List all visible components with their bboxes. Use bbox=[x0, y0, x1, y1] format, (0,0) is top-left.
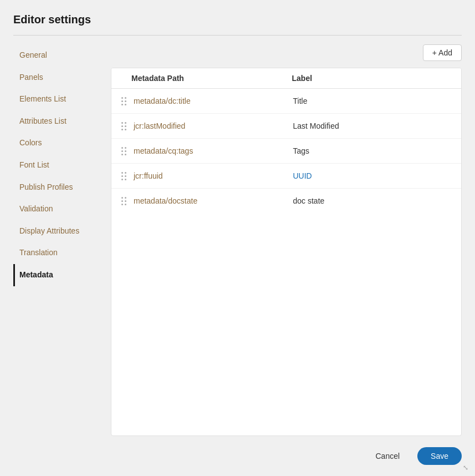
content-area: + Add Metadata Path Label metadata/dc:ti… bbox=[111, 44, 462, 436]
sidebar-item-colors[interactable]: Colors bbox=[13, 132, 102, 154]
table-container: Metadata Path Label metadata/dc:titleTit… bbox=[111, 68, 462, 436]
sidebar-item-general[interactable]: General bbox=[13, 44, 102, 67]
drag-handle[interactable] bbox=[118, 147, 129, 155]
sidebar-item-validation[interactable]: Validation bbox=[13, 198, 102, 220]
drag-handle[interactable] bbox=[118, 122, 129, 130]
resize-handle[interactable]: ⤡ bbox=[463, 464, 471, 472]
cell-path: metadata/cq:tags bbox=[134, 146, 293, 155]
table-row: metadata/dc:titleTitle bbox=[111, 89, 461, 114]
col-header-path: Metadata Path bbox=[131, 74, 292, 83]
table-row: metadata/cq:tagsTags bbox=[111, 139, 461, 164]
table-body: metadata/dc:titleTitlejcr:lastModifiedLa… bbox=[111, 89, 461, 213]
cell-path: metadata/dc:title bbox=[134, 97, 293, 105]
cell-label: Tags bbox=[293, 146, 453, 155]
page-container: Editor settings GeneralPanelsElements Li… bbox=[0, 0, 475, 436]
sidebar-item-metadata[interactable]: Metadata bbox=[13, 264, 102, 286]
title-divider bbox=[13, 35, 462, 36]
col-header-label: Label bbox=[292, 74, 453, 83]
cell-path: jcr:ffuuid bbox=[134, 171, 293, 180]
sidebar: GeneralPanelsElements ListAttributes Lis… bbox=[13, 44, 102, 436]
drag-handle[interactable] bbox=[118, 97, 129, 105]
save-button[interactable]: Save bbox=[417, 447, 462, 465]
cell-label: UUID bbox=[293, 171, 453, 180]
cell-path: jcr:lastModified bbox=[134, 121, 293, 130]
cancel-button[interactable]: Cancel bbox=[364, 447, 411, 465]
cell-path: metadata/docstate bbox=[134, 196, 293, 205]
sidebar-item-elements-list[interactable]: Elements List bbox=[13, 88, 102, 110]
drag-handle[interactable] bbox=[118, 172, 129, 180]
page-title: Editor settings bbox=[13, 13, 462, 26]
content-header: + Add bbox=[111, 44, 462, 61]
sidebar-item-display-attributes[interactable]: Display Attributes bbox=[13, 220, 102, 242]
sidebar-item-font-list[interactable]: Font List bbox=[13, 154, 102, 176]
cell-label: Title bbox=[293, 97, 453, 105]
table-header: Metadata Path Label bbox=[111, 68, 461, 89]
sidebar-item-panels[interactable]: Panels bbox=[13, 67, 102, 89]
cell-label: Last Modified bbox=[293, 121, 453, 130]
sidebar-item-translation[interactable]: Translation bbox=[13, 242, 102, 264]
sidebar-item-publish-profiles[interactable]: Publish Profiles bbox=[13, 176, 102, 199]
table-row: metadata/docstatedoc state bbox=[111, 189, 461, 213]
sidebar-item-attributes-list[interactable]: Attributes List bbox=[13, 110, 102, 133]
footer: Cancel Save bbox=[0, 436, 475, 476]
drag-handle[interactable] bbox=[118, 197, 129, 205]
table-row: jcr:ffuuidUUID bbox=[111, 164, 461, 189]
add-button[interactable]: + Add bbox=[423, 44, 462, 61]
table-row: jcr:lastModifiedLast Modified bbox=[111, 114, 461, 139]
cell-label: doc state bbox=[293, 196, 453, 205]
main-layout: GeneralPanelsElements ListAttributes Lis… bbox=[13, 44, 462, 436]
